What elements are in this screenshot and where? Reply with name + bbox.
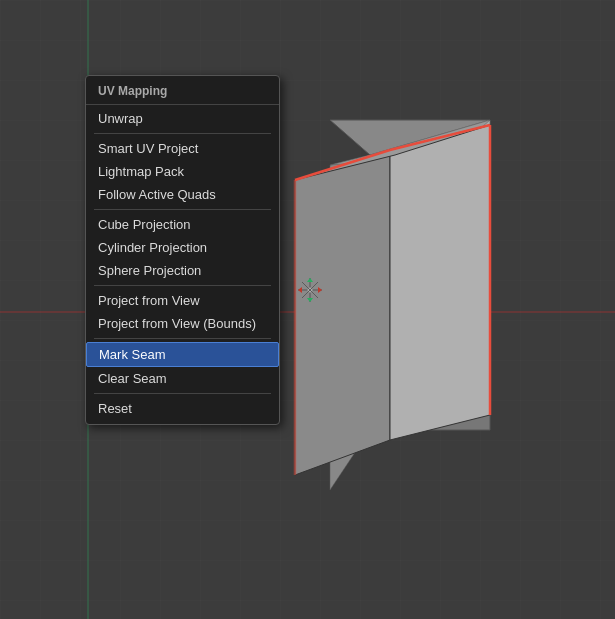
separator-5 [94,393,271,394]
svg-marker-10 [390,125,490,440]
menu-item-cylinder-projection[interactable]: Cylinder Projection [86,236,279,259]
menu-item-sphere-projection[interactable]: Sphere Projection [86,259,279,282]
separator-4 [94,338,271,339]
menu-item-reset[interactable]: Reset [86,397,279,420]
context-menu: UV Mapping Unwrap Smart UV Project Light… [85,75,280,425]
menu-item-clear-seam[interactable]: Clear Seam [86,367,279,390]
menu-item-cube-projection[interactable]: Cube Projection [86,213,279,236]
separator-3 [94,285,271,286]
separator-1 [94,133,271,134]
svg-marker-9 [295,150,390,475]
menu-item-mark-seam[interactable]: Mark Seam [86,342,279,367]
menu-item-project-from-view-bounds[interactable]: Project from View (Bounds) [86,312,279,335]
menu-item-unwrap[interactable]: Unwrap [86,107,279,130]
menu-item-project-from-view[interactable]: Project from View [86,289,279,312]
menu-item-smart-uv-project[interactable]: Smart UV Project [86,137,279,160]
menu-title: UV Mapping [86,80,279,105]
menu-item-lightmap-pack[interactable]: Lightmap Pack [86,160,279,183]
separator-2 [94,209,271,210]
menu-item-follow-active-quads[interactable]: Follow Active Quads [86,183,279,206]
